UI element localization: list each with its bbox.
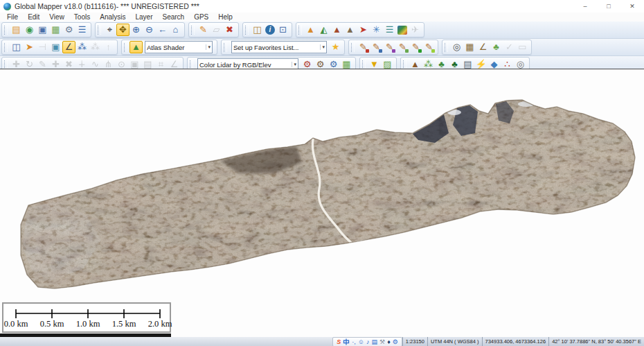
toolbar-grip[interactable] (351, 43, 355, 52)
toolbar-grip[interactable] (403, 60, 406, 69)
contour-generation-button[interactable]: ☰ (383, 24, 396, 36)
previous-view-button[interactable]: ← (156, 24, 169, 36)
create-buffer-button[interactable]: ♣ (490, 41, 503, 53)
toolbar-grip[interactable] (4, 26, 8, 35)
status-utm-coordinates: 734933.406, 4673364.126 (482, 337, 549, 346)
create-curve-feature-button[interactable]: ✎ (383, 41, 396, 53)
shader-dropdown[interactable]: Atlas Shader▾ (145, 41, 213, 53)
create-cross-section-button[interactable]: ∠ (476, 41, 490, 53)
menu-item-file[interactable]: File (2, 13, 23, 21)
view-shed-button[interactable]: ▲ (304, 24, 317, 36)
close-button[interactable]: ✕ (620, 0, 644, 12)
toolbar-grip[interactable] (191, 26, 195, 35)
path-profile-tool[interactable]: ∠ (62, 41, 75, 53)
create-rectangle-feature-button[interactable]: ✎ (409, 41, 422, 53)
chevron-down-icon[interactable]: ▾ (206, 44, 211, 50)
toolbar-grip[interactable] (224, 43, 227, 52)
toolbar-grip[interactable] (124, 43, 127, 52)
toolbar-grip[interactable] (98, 26, 101, 35)
menu-item-tools[interactable]: Tools (69, 13, 95, 21)
menu-item-edit[interactable]: Edit (23, 13, 44, 21)
file-toolbar: ▤◉▣▦⚙☰ (1, 22, 91, 37)
chevron-down-icon[interactable]: ▾ (292, 62, 296, 67)
full-view-button[interactable]: ⌂ (169, 24, 182, 36)
punctuation-toggle[interactable]: ·, (352, 338, 356, 345)
maximize-button[interactable]: □ (597, 0, 620, 12)
favorites-star-button[interactable]: ★ (329, 41, 342, 53)
map-views-button[interactable]: ◫ (10, 41, 23, 53)
chevron-down-icon[interactable]: ▾ (320, 44, 325, 50)
create-point-feature-button[interactable]: ✎ (357, 41, 370, 53)
toolbox[interactable]: ⚒ (379, 338, 385, 345)
toolbar-grip[interactable] (190, 60, 193, 69)
atlas-shader-toggle[interactable]: ▲ (129, 41, 143, 53)
toolbar-grip[interactable] (245, 26, 249, 35)
shader-dropdown-value: Atlas Shader (147, 44, 204, 51)
open-online-data-button[interactable]: ◉ (23, 24, 36, 36)
favorites-dropdown[interactable]: Set up Favorites List...▾ (231, 41, 327, 53)
toolbar-grip[interactable] (4, 60, 8, 69)
zoom-window-tool[interactable]: ⌖ (103, 24, 116, 36)
create-area-feature-button[interactable]: ✎ (396, 41, 409, 53)
edit-feature-button[interactable]: ▱ (210, 24, 223, 36)
lidar-extract-button[interactable]: ↑ (102, 41, 115, 53)
menu-item-analysis[interactable]: Analysis (95, 13, 130, 21)
search-attributes-button[interactable]: ⊡ (276, 24, 289, 36)
emoji-picker[interactable]: ☺ (358, 338, 364, 345)
lidar-color-dropdown-value: Color Lidar by RGB/Elev (199, 61, 290, 69)
fly-through-button[interactable]: ✈ (409, 24, 422, 36)
color-relief-button[interactable] (397, 26, 407, 35)
lidar-display-button[interactable]: ⁂ (75, 41, 89, 53)
soft-keyboard[interactable]: ▤ (372, 338, 378, 345)
skin-center[interactable]: ♦ (387, 338, 391, 345)
map-layout-button[interactable]: ▦ (49, 24, 62, 36)
zoom-out-tool[interactable]: ⊖ (143, 24, 156, 36)
status-bar: S·,☺♪▤⚒♦⚙ 1:23150UTM 44N ( WGS84 )734933… (0, 337, 644, 346)
sogou-logo[interactable]: S (337, 338, 341, 345)
configuration-button[interactable]: ⚙ (62, 24, 75, 36)
zoom-in-tool[interactable]: ⊕ (129, 24, 143, 36)
toolbar-grip[interactable] (445, 43, 448, 52)
apply-edits-button[interactable]: ✓ (503, 41, 516, 53)
toolbar-grip[interactable] (362, 60, 366, 69)
overlay-control-center-button[interactable]: ☰ (75, 24, 89, 36)
open-file-button[interactable]: ▤ (10, 24, 23, 36)
settings-wrench[interactable]: ⚙ (393, 338, 398, 345)
path-profile-button[interactable]: ◭ (317, 24, 330, 36)
measure-tool[interactable]: ◫ (251, 24, 264, 36)
line-of-sight-button[interactable]: ➤ (357, 24, 370, 36)
save-workspace-button[interactable]: ▣ (36, 24, 49, 36)
create-grid-button[interactable]: ▦ (463, 41, 476, 53)
fly-path-button[interactable]: ➤ (23, 41, 36, 53)
pan-grab-tool[interactable]: ✥ (116, 24, 129, 36)
delete-feature-button[interactable]: ✖ (223, 24, 236, 36)
favorites-dropdown-value: Set up Favorites List... (233, 44, 319, 51)
create-circle-feature-button[interactable]: ✎ (422, 41, 436, 53)
water-rise-button[interactable]: ✳ (370, 24, 383, 36)
terrain-analysis-button[interactable]: ▲ (343, 24, 357, 36)
input-mode-chinese[interactable] (343, 338, 350, 345)
digitizer-tool[interactable]: ✎ (197, 24, 210, 36)
minimize-button[interactable]: – (573, 0, 597, 12)
undo-digitization-button[interactable]: ▭ (516, 41, 529, 53)
watershed-button[interactable]: ▲ (330, 24, 343, 36)
scale-label: 0.5 km (40, 319, 64, 329)
map-view[interactable]: 0.0 km0.5 km1.0 km1.5 km2.0 km (0, 69, 644, 337)
menu-bar: FileEditViewToolsAnalysisLayerSearchGPSH… (0, 12, 644, 21)
scale-label: 0.0 km (4, 319, 28, 329)
voice-input[interactable]: ♪ (366, 338, 370, 345)
lidar-classify-button[interactable]: ⁂ (89, 41, 102, 53)
create-line-feature-button[interactable]: ✎ (370, 41, 383, 53)
dock-3d-view-button[interactable]: ⊣ (36, 41, 49, 53)
feature-info-tool[interactable]: i (265, 25, 275, 35)
create-range-rings-button[interactable]: ◎ (450, 41, 463, 53)
toolbar-grip[interactable] (298, 26, 302, 35)
menu-item-view[interactable]: View (44, 13, 69, 21)
menu-item-gps[interactable]: GPS (189, 13, 213, 21)
toolbar-grip[interactable] (4, 43, 8, 52)
scale-label: 2.0 km (148, 319, 172, 329)
menu-item-search[interactable]: Search (157, 13, 189, 21)
show-3d-view-button[interactable]: ▣ (49, 41, 62, 53)
menu-item-layer[interactable]: Layer (130, 13, 157, 21)
menu-item-help[interactable]: Help (213, 13, 238, 21)
